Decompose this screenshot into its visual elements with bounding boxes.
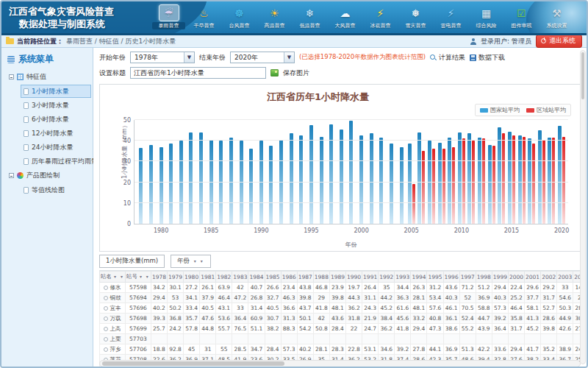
- tree-item[interactable]: 6小时降水量: [21, 113, 91, 126]
- column-header-year-1998[interactable]: 1998: [476, 272, 492, 283]
- column-header-year-1980[interactable]: 1980: [184, 272, 200, 283]
- scrollbar-thumb[interactable]: [102, 361, 284, 366]
- column-header-year-1984[interactable]: 1984: [248, 272, 265, 283]
- column-header-year-2001[interactable]: 2001: [525, 272, 541, 283]
- national-bar-2010[interactable]: [458, 132, 462, 224]
- national-bar-1984[interactable]: [199, 132, 203, 224]
- national-bar-1997[interactable]: [329, 124, 333, 224]
- station-name-cell[interactable]: 万载: [100, 314, 126, 324]
- national-bar-1994[interactable]: [299, 135, 303, 224]
- regional-bar-2014[interactable]: [502, 133, 505, 224]
- regional-bar-2020[interactable]: [562, 137, 565, 224]
- regional-bar-2009[interactable]: [452, 147, 455, 224]
- column-header-year-1993[interactable]: 1993: [395, 272, 411, 283]
- national-bar-2020[interactable]: [558, 126, 562, 224]
- row-select-radio[interactable]: [104, 286, 108, 290]
- column-header-year-1986[interactable]: 1986: [281, 272, 297, 283]
- nav-item-map-review[interactable]: ☑图件审核: [505, 4, 538, 29]
- regional-bar-2016[interactable]: [523, 137, 526, 224]
- nav-item-snow[interactable]: ❅雪灾普查: [399, 4, 432, 29]
- column-header-year-2003[interactable]: 2003: [557, 272, 573, 283]
- table-row[interactable]: 万载5769839.336.835.747.653.636.460.930.73…: [100, 314, 581, 324]
- tree-item[interactable]: 24小时降水量: [21, 141, 91, 154]
- table-row[interactable]: 萍乡5770618.892.845315528.534.728.457.340.…: [100, 344, 581, 355]
- national-bar-1996[interactable]: [320, 137, 323, 224]
- column-header-year-1992[interactable]: 1992: [379, 272, 395, 283]
- horizontal-scrollbar[interactable]: [99, 360, 581, 367]
- column-header-year-1988[interactable]: 1988: [313, 272, 329, 283]
- station-name-cell[interactable]: 上栗: [100, 334, 126, 344]
- column-header-year-1985[interactable]: 1985: [265, 272, 281, 283]
- column-header-year-1983[interactable]: 1983: [232, 272, 248, 283]
- tree-item[interactable]: 历年暴雨过程平均雨量: [21, 155, 91, 168]
- national-bar-1981[interactable]: [169, 144, 173, 224]
- nav-item-gale[interactable]: ☁大风普查: [329, 4, 362, 29]
- column-header-station-id[interactable]: 站号▾ ▾: [125, 272, 151, 283]
- national-bar-2013[interactable]: [488, 145, 492, 224]
- end-year-select[interactable]: 2020年 ▼: [230, 52, 295, 63]
- sort-arrows-icon[interactable]: ▾ ▾: [140, 274, 150, 279]
- column-header-year-1982[interactable]: 1982: [216, 272, 232, 283]
- national-bar-2009[interactable]: [448, 138, 451, 224]
- national-bar-1999[interactable]: [349, 121, 353, 224]
- vertical-scrollbar[interactable]: [580, 50, 586, 364]
- nav-item-comprehensive-risk[interactable]: ▦综合风险: [470, 4, 503, 29]
- row-select-radio[interactable]: [104, 306, 108, 311]
- column-header-year-1994[interactable]: 1994: [411, 272, 427, 283]
- station-table-scroll[interactable]: 站名▾ ▾站号▾ ▾197819791980198119821983198419…: [99, 270, 581, 367]
- national-bar-1978[interactable]: [139, 148, 143, 224]
- table-row[interactable]: 上高5769925.724.257.844.855.776.551.138.28…: [100, 324, 581, 334]
- column-header-year-1999[interactable]: 1999: [492, 272, 508, 283]
- station-name-cell[interactable]: 宜丰: [100, 303, 126, 314]
- national-bar-1980[interactable]: [159, 147, 163, 224]
- start-year-select[interactable]: 1978年 ▼: [130, 52, 195, 63]
- station-name-cell[interactable]: 铜鼓: [100, 293, 126, 303]
- column-header-year-1989[interactable]: 1989: [329, 272, 345, 283]
- sort-arrows-icon[interactable]: ▾ ▾: [114, 274, 124, 279]
- regional-bar-2019[interactable]: [552, 138, 555, 224]
- national-bar-2016[interactable]: [518, 135, 522, 224]
- national-bar-1998[interactable]: [340, 130, 343, 224]
- row-select-radio[interactable]: [104, 347, 108, 352]
- chart-legend[interactable]: 国家站平均 区域站平均: [475, 104, 571, 116]
- national-bar-2019[interactable]: [548, 138, 551, 224]
- column-header-year-1995[interactable]: 1995: [427, 272, 443, 283]
- national-bar-1993[interactable]: [290, 133, 293, 224]
- table-row[interactable]: 宜丰5769640.250.233.440.543.13331.440.536.…: [100, 303, 581, 314]
- scrollbar-thumb[interactable]: [581, 52, 584, 99]
- column-header-year-2002[interactable]: 2002: [541, 272, 557, 283]
- station-name-cell[interactable]: 修水: [100, 283, 126, 293]
- national-bar-2006[interactable]: [417, 132, 421, 224]
- regional-bar-2006[interactable]: [422, 151, 425, 224]
- collapse-icon[interactable]: [9, 74, 14, 79]
- column-header-year-1981[interactable]: 1981: [200, 272, 216, 283]
- regional-bar-2015[interactable]: [512, 135, 515, 224]
- column-header-year-1991[interactable]: 1991: [362, 272, 379, 283]
- national-bar-2003[interactable]: [390, 144, 393, 224]
- regional-bar-2017[interactable]: [532, 144, 535, 224]
- year-filter-dropdown[interactable]: 年份 ▾ ▾: [171, 255, 211, 268]
- national-bar-2018[interactable]: [538, 130, 542, 224]
- column-header-year-1979[interactable]: 1979: [167, 272, 183, 283]
- national-bar-2008[interactable]: [438, 143, 442, 224]
- logout-button[interactable]: 退出系统: [536, 35, 582, 48]
- nav-item-low-temp[interactable]: ❄低温普查: [293, 4, 326, 29]
- nav-item-system-settings[interactable]: ⚒系统设置: [540, 4, 573, 29]
- station-name-cell[interactable]: 上高: [100, 324, 126, 334]
- tree-item[interactable]: 1小时降水量: [21, 85, 91, 98]
- national-bar-2015[interactable]: [508, 132, 512, 224]
- column-header-year-2000[interactable]: 2000: [508, 272, 524, 283]
- row-select-radio[interactable]: [104, 296, 108, 300]
- nav-item-hail[interactable]: ⚡冰雹普查: [364, 4, 397, 29]
- table-row[interactable]: 铜鼓5769429.45334.137.946.447.226.832.746.…: [100, 293, 581, 303]
- national-bar-2002[interactable]: [379, 138, 383, 224]
- nav-item-lightning[interactable]: ⚡雷电普查: [434, 4, 467, 29]
- tree-item[interactable]: 12小时降水量: [21, 127, 91, 140]
- regional-bar-2005[interactable]: [412, 184, 415, 224]
- national-bar-2004[interactable]: [400, 147, 404, 224]
- national-bar-2000[interactable]: [359, 135, 363, 224]
- collapse-icon[interactable]: [9, 173, 14, 178]
- tree-group-feature-values[interactable]: 特征值: [1, 70, 93, 84]
- column-header-station-name[interactable]: 站名▾ ▾: [100, 272, 126, 283]
- tree-group-product-drawing[interactable]: 产品图绘制: [1, 169, 93, 183]
